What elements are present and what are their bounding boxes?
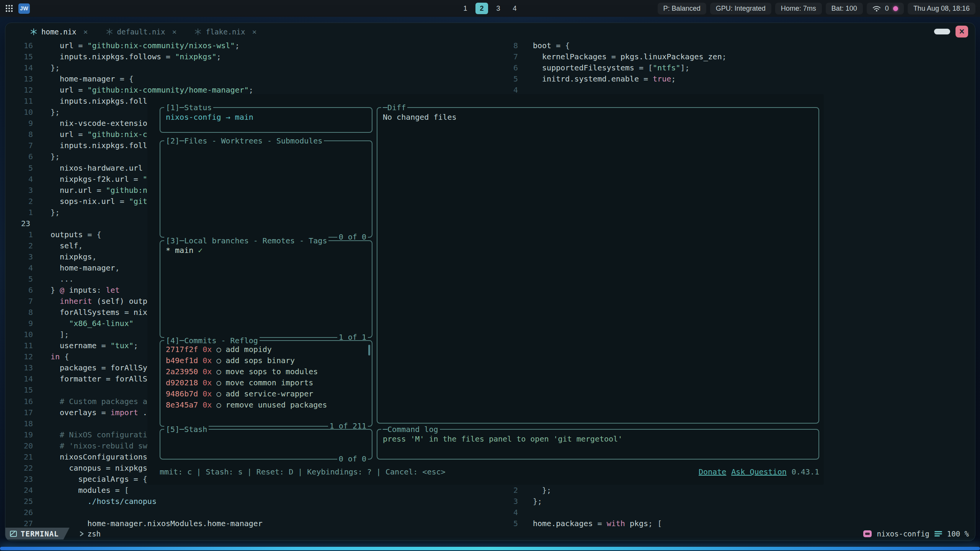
- code-line[interactable]: 2};: [495, 485, 975, 496]
- panel-title-branches: [3]─Local branches - Remotes - Tags: [164, 235, 328, 246]
- color-indicator-icon: [893, 6, 898, 11]
- commit-row[interactable]: b49ef1d0x○add sops binary: [166, 355, 368, 366]
- line-number: 15: [5, 51, 33, 62]
- code-line[interactable]: 26: [5, 507, 495, 518]
- code-line[interactable]: 8boot = {: [495, 40, 975, 51]
- panel-title-diff: ─Diff: [381, 102, 407, 113]
- commit-row[interactable]: 8e345a70x○remove unused packages: [166, 399, 368, 411]
- line-number: 3: [5, 251, 33, 262]
- code-line[interactable]: 6supportedFilesystems = ["ntfs"];: [495, 62, 975, 73]
- workspace-button-1[interactable]: 1: [459, 3, 472, 14]
- code-line[interactable]: 16url = "github:nix-community/nixos-wsl"…: [5, 40, 495, 51]
- session-name[interactable]: nixos-config: [877, 530, 929, 538]
- code-line[interactable]: 25./hosts/canopus: [5, 496, 495, 507]
- lazygit-files-panel[interactable]: [2]─Files - Worktrees - Submodules 0 of …: [160, 140, 372, 238]
- panel-title-stash: [5]─Stash: [164, 424, 209, 435]
- line-number: 6: [5, 285, 33, 296]
- code-line[interactable]: 15inputs.nixpkgs.follows = "nixpkgs";: [5, 51, 495, 62]
- tab-label: default.nix: [117, 28, 165, 36]
- code-line[interactable]: 5initrd.systemd.enable = true;: [495, 73, 975, 85]
- commit-row[interactable]: d9202180x○move common imports: [166, 377, 368, 388]
- code-line[interactable]: 3};: [495, 496, 975, 507]
- line-number: 8: [495, 40, 518, 51]
- tab-close-icon[interactable]: ×: [252, 27, 256, 36]
- gpu-status: GPU: Integrated: [710, 3, 771, 15]
- workspace-button-2[interactable]: 2: [475, 3, 488, 14]
- lazygit-stash-panel[interactable]: [5]─Stash 0 of 0: [160, 429, 372, 460]
- line-number: 8: [5, 129, 33, 140]
- commit-list: 2717f2f0x○add mopidyb49ef1d0x○add sops b…: [160, 341, 372, 411]
- line-number: 16: [5, 40, 33, 51]
- scroll-position: 100 %: [947, 530, 969, 538]
- ask-question-link[interactable]: Ask Question: [731, 466, 787, 478]
- commit-row[interactable]: 2a239500x○move sops to modules: [166, 366, 368, 377]
- mode-badge[interactable]: TERMINAL: [5, 528, 70, 540]
- lazygit-diff-panel[interactable]: ─Diff No changed files: [377, 107, 819, 424]
- line-number: 4: [5, 174, 33, 185]
- topbar-right: P: Balanced GPU: Integrated Home: 7ms Ba…: [658, 3, 980, 15]
- line-number: 24: [5, 485, 33, 496]
- tab-home.nix[interactable]: home.nix×: [30, 27, 88, 36]
- prompt-chevron-icon: [80, 531, 84, 537]
- lazygit-keybar: mmit: c | Stash: s | Reset: D | Keybindi…: [160, 466, 819, 478]
- line-number: 21: [5, 452, 33, 463]
- workspaces: 1234: [459, 0, 521, 17]
- code-line[interactable]: 13home-manager = {: [5, 73, 495, 85]
- terminal-window: home.nix×default.nix×flake.nix× × 16url …: [5, 23, 975, 541]
- window-pill-button[interactable]: [934, 29, 950, 34]
- version-label: 0.43.1: [792, 466, 819, 478]
- app-launcher-icon[interactable]: [5, 5, 13, 12]
- line-number: 23: [5, 218, 33, 229]
- line-number: 12: [5, 85, 33, 96]
- workspace-button-4[interactable]: 4: [508, 3, 521, 14]
- nix-snowflake-icon: [106, 28, 113, 36]
- lazygit-commits-panel[interactable]: [4]─Commits - Reflog 2717f2f0x○add mopid…: [160, 340, 372, 427]
- code-line[interactable]: 27home-manager.nixosModules.home-manager: [5, 518, 495, 528]
- terminal-mode-icon: [10, 531, 17, 537]
- tray-icons[interactable]: 0: [867, 3, 904, 15]
- code-line[interactable]: 4: [495, 507, 975, 518]
- statusbar-right: nixos-config 100 %: [863, 530, 975, 538]
- workspace-button-3[interactable]: 3: [492, 3, 505, 14]
- code-line[interactable]: 7kernelPackages = pkgs.linuxPackages_zen…: [495, 51, 975, 62]
- screen: JW 1234 P: Balanced GPU: Integrated Home…: [0, 0, 980, 551]
- nix-snowflake-icon: [30, 28, 38, 36]
- code-line[interactable]: 24modules = [: [5, 485, 495, 496]
- code-line[interactable]: 5home.packages = with pkgs; [: [495, 518, 975, 528]
- window-close-button[interactable]: ×: [956, 26, 968, 37]
- line-number: 7: [5, 140, 33, 151]
- tab-default.nix[interactable]: default.nix×: [106, 27, 177, 36]
- panel-title-command-log: ─Command log: [381, 424, 440, 435]
- line-number: 7: [5, 296, 33, 307]
- lazygit-status-panel[interactable]: [1]─Status nixos-config → main: [160, 107, 372, 133]
- battery-status: Bat: 100: [826, 3, 863, 15]
- commits-scrollbar[interactable]: [368, 345, 370, 355]
- panel-title-files: [2]─Files - Worktrees - Submodules: [164, 135, 324, 147]
- line-number: 13: [5, 73, 33, 85]
- line-number: 9: [5, 318, 33, 329]
- line-number: 2: [5, 196, 33, 207]
- line-number: 27: [5, 518, 33, 528]
- line-number: 23: [5, 474, 33, 485]
- code-line[interactable]: 14};: [5, 62, 495, 73]
- line-number: 26: [5, 507, 33, 518]
- donate-link[interactable]: Donate: [699, 466, 726, 478]
- tab-flake.nix[interactable]: flake.nix×: [194, 27, 256, 36]
- stash-count: 0 of 0: [337, 453, 368, 465]
- logo-badge[interactable]: JW: [18, 3, 30, 14]
- line-number: 19: [5, 429, 33, 440]
- lazygit-command-log-panel[interactable]: ─Command log press 'M' in the files pane…: [377, 429, 819, 460]
- shell-tab[interactable]: zsh: [80, 530, 101, 538]
- lazygit-branches-panel[interactable]: [3]─Local branches - Remotes - Tags * ma…: [160, 240, 372, 338]
- line-number: 7: [495, 51, 518, 62]
- line-number: 2: [495, 485, 518, 496]
- line-number: 13: [5, 362, 33, 373]
- line-number: 5: [5, 163, 33, 174]
- clock: Thu Aug 08, 18:16: [908, 3, 975, 15]
- tab-close-icon[interactable]: ×: [172, 27, 176, 36]
- tab-label: home.nix: [41, 28, 77, 36]
- line-number: 11: [5, 340, 33, 351]
- tab-close-icon[interactable]: ×: [83, 27, 88, 36]
- line-number: 12: [5, 351, 33, 362]
- commit-row[interactable]: 9486b7d0x○add service-wrapper: [166, 388, 368, 399]
